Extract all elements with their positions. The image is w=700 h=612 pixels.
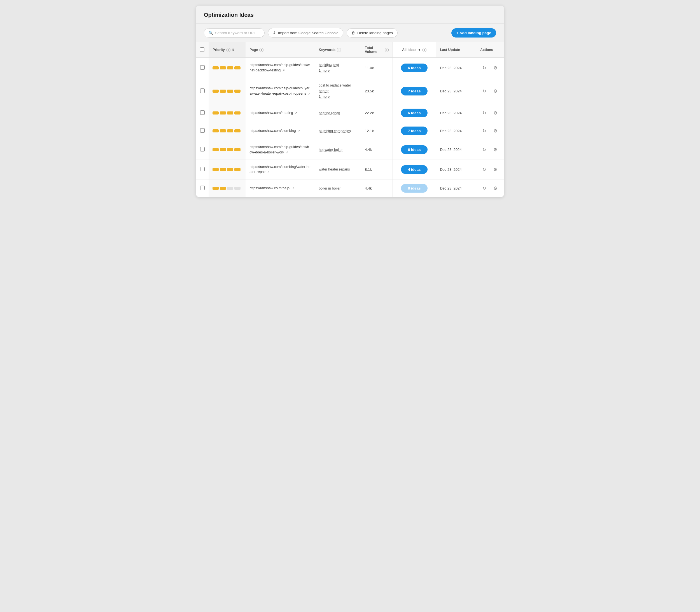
priority-sort-icon[interactable]: ⇅	[232, 48, 234, 52]
priority-cell	[209, 140, 246, 160]
priority-bar-filled	[227, 111, 233, 114]
ideas-dropdown-icon[interactable]: ▼	[418, 48, 421, 52]
ideas-badge[interactable]: 7 ideas	[401, 127, 428, 135]
search-input[interactable]	[215, 31, 260, 35]
keyword-link[interactable]: plumbing companies	[319, 128, 357, 134]
ideas-badge[interactable]: 6 ideas	[401, 64, 428, 72]
priority-bar-filled	[220, 148, 226, 151]
ideas-info-icon[interactable]: i	[422, 48, 426, 52]
priority-cell	[209, 104, 246, 122]
add-landing-page-button[interactable]: + Add landing page	[451, 28, 496, 38]
refresh-icon[interactable]: ↻	[480, 127, 488, 135]
table-row: https://ranshaw.com/plumbing ↗ plumbing …	[196, 122, 504, 140]
row-checkbox[interactable]	[200, 110, 205, 115]
priority-bar-filled	[227, 66, 233, 69]
ideas-cell: 6 ideas	[393, 104, 436, 122]
ideas-badge[interactable]: 6 ideas	[401, 145, 428, 154]
external-link-icon[interactable]: ↗	[267, 170, 270, 174]
settings-icon[interactable]: ⚙	[491, 146, 499, 154]
volume-info-icon[interactable]: i	[385, 48, 389, 52]
external-link-icon[interactable]: ↗	[297, 129, 300, 133]
table-row: https://ranshaw.com/plumbing/water-heate…	[196, 159, 504, 179]
priority-bar-filled	[227, 168, 233, 171]
page-info-icon[interactable]: i	[259, 48, 263, 52]
row-checkbox[interactable]	[200, 186, 205, 190]
settings-icon[interactable]: ⚙	[491, 64, 499, 72]
page-url: https://ranshaw.com/help-guides/tips/how…	[249, 145, 309, 154]
keyword-link[interactable]: backflow test	[319, 62, 357, 68]
priority-bar-filled	[220, 89, 226, 93]
keyword-link[interactable]: cost to replace water heater	[319, 83, 357, 94]
external-link-icon[interactable]: ↗	[294, 111, 297, 115]
external-link-icon[interactable]: ↗	[292, 186, 294, 190]
search-button[interactable]: 🔍	[204, 28, 265, 38]
refresh-icon[interactable]: ↻	[480, 165, 488, 173]
table-row: https://ranshaw.com/help-guides/tips/wha…	[196, 58, 504, 78]
keyword-link[interactable]: hot water boiler	[319, 147, 357, 153]
settings-icon[interactable]: ⚙	[491, 127, 499, 135]
priority-bar-filled	[220, 168, 226, 171]
priority-bar-filled	[212, 129, 219, 133]
external-link-icon[interactable]: ↗	[308, 92, 310, 96]
ideas-badge[interactable]: 7 ideas	[401, 87, 428, 96]
actions-column-header: Actions	[476, 42, 504, 58]
page-url: https://ranshaw.co m/help-	[249, 186, 290, 190]
actions-cell: ↻ ⚙	[476, 58, 504, 78]
refresh-icon[interactable]: ↻	[480, 184, 488, 192]
refresh-icon[interactable]: ↻	[480, 87, 488, 95]
row-checkbox[interactable]	[200, 65, 205, 70]
row-checkbox[interactable]	[200, 88, 205, 93]
external-link-icon[interactable]: ↗	[286, 151, 288, 154]
priority-info-icon[interactable]: i	[226, 48, 231, 52]
volume-value: 11.0k	[365, 66, 374, 70]
refresh-icon[interactable]: ↻	[480, 146, 488, 154]
page-cell: https://ranshaw.com/help-guides/tips/wha…	[246, 58, 315, 78]
main-container: Optimization Ideas 🔍 ⇣ Import from Googl…	[196, 5, 504, 197]
keyword-link[interactable]: water heater repairs	[319, 167, 357, 172]
priority-bars	[212, 129, 242, 133]
ideas-cell: 7 ideas	[393, 78, 436, 104]
row-checkbox[interactable]	[200, 147, 205, 151]
actions-cell: ↻ ⚙	[476, 122, 504, 140]
page-cell: https://ranshaw.co m/help- ↗	[246, 179, 315, 197]
delete-button[interactable]: 🗑 Delete landing pages	[347, 28, 398, 38]
settings-icon[interactable]: ⚙	[491, 87, 499, 95]
page-label: Page	[249, 48, 258, 52]
external-link-icon[interactable]: ↗	[282, 69, 285, 72]
volume-cell: 4.4k	[361, 140, 393, 160]
priority-bar-filled	[227, 129, 233, 133]
ideas-badge[interactable]: 4 ideas	[401, 165, 428, 174]
refresh-icon[interactable]: ↻	[480, 64, 488, 72]
row-checkbox-cell	[196, 58, 209, 78]
action-icons: ↻ ⚙	[480, 109, 500, 117]
delete-icon: 🗑	[352, 31, 355, 35]
add-label: + Add landing page	[456, 31, 491, 35]
keywords-info-icon[interactable]: i	[337, 48, 341, 52]
keywords-cell: hot water boiler	[315, 140, 361, 160]
import-button[interactable]: ⇣ Import from Google Search Console	[268, 28, 343, 38]
action-icons: ↻ ⚙	[480, 146, 500, 154]
row-checkbox[interactable]	[200, 167, 205, 171]
keywords-cell: water heater repairs	[315, 159, 361, 179]
settings-icon[interactable]: ⚙	[491, 184, 499, 192]
refresh-icon[interactable]: ↻	[480, 109, 488, 117]
keyword-link[interactable]: boiler in boiler	[319, 186, 357, 191]
actions-cell: ↻ ⚙	[476, 104, 504, 122]
keyword-link[interactable]: heating repair	[319, 110, 357, 116]
settings-icon[interactable]: ⚙	[491, 165, 499, 173]
actions-cell: ↻ ⚙	[476, 78, 504, 104]
keyword-link[interactable]: 1 more	[319, 94, 357, 99]
ideas-label: All Ideas	[402, 48, 416, 52]
priority-bar-filled	[212, 168, 219, 171]
volume-value: 23.5k	[365, 89, 374, 93]
keyword-link[interactable]: 1 more	[319, 68, 357, 73]
lastupdate-cell: Dec 23, 2024	[436, 104, 476, 122]
settings-icon[interactable]: ⚙	[491, 109, 499, 117]
ideas-badge[interactable]: 6 ideas	[401, 109, 428, 117]
row-checkbox[interactable]	[200, 128, 205, 133]
row-checkbox-cell	[196, 140, 209, 160]
select-all-checkbox[interactable]	[200, 47, 204, 52]
ideas-badge[interactable]: 8 ideas	[401, 184, 428, 193]
volume-cell: 8.1k	[361, 159, 393, 179]
page-url: https://ranshaw.com/help-guides/tips/wha…	[249, 63, 310, 72]
